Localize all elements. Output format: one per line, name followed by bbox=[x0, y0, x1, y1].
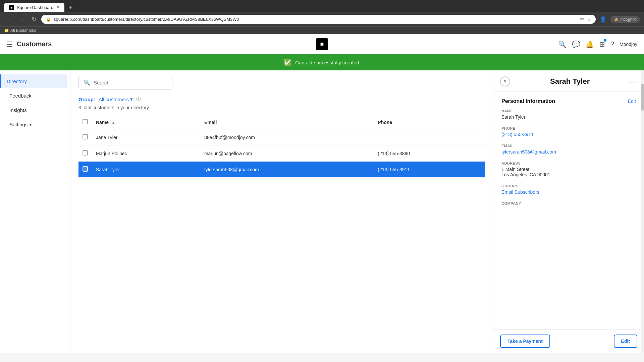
row-3-email: tylersarah508@gmail.com bbox=[200, 162, 374, 178]
col-header-phone[interactable]: Phone bbox=[374, 116, 485, 129]
help-header-icon[interactable]: ? bbox=[610, 40, 614, 48]
section-edit-button[interactable]: Edit bbox=[628, 99, 636, 104]
table-row[interactable]: Sarah Tyler tylersarah508@gmail.com (213… bbox=[78, 162, 485, 178]
bell-header-icon[interactable]: 🔔 bbox=[586, 40, 594, 48]
detail-more-button[interactable]: ··· bbox=[630, 78, 637, 85]
detail-customer-name: Sarah Tyler bbox=[510, 77, 630, 86]
row-checkbox-cell bbox=[78, 145, 92, 162]
chat-header-icon[interactable]: 💬 bbox=[572, 40, 580, 48]
scrollbar[interactable] bbox=[641, 70, 644, 353]
eye-off-icon: 👁 bbox=[580, 17, 584, 22]
notification-badge bbox=[604, 39, 606, 42]
name-sort-icon: ▲ bbox=[111, 120, 115, 125]
detail-body: Personal Information Edit NAME Sarah Tyl… bbox=[493, 92, 644, 329]
table-row[interactable]: Jane Tyler 88e4fb0f@moodjoy.com bbox=[78, 129, 485, 145]
select-all-checkbox[interactable] bbox=[83, 119, 88, 124]
table-header-row: Name ▲ Email Phone bbox=[78, 116, 485, 129]
name-field-value: Sarah Tyler bbox=[501, 114, 636, 120]
header-right: 🔍 💬 🔔 ⊞ ? Moodjoy bbox=[558, 40, 637, 48]
incognito-badge: 🕵 Incognito bbox=[610, 16, 640, 23]
sidebar-item-feedback[interactable]: Feedback bbox=[3, 89, 67, 103]
address-field-label: ADDRESS bbox=[501, 161, 636, 165]
take-payment-button[interactable]: Take a Payment bbox=[500, 335, 550, 348]
row-checkbox-cell bbox=[78, 129, 92, 145]
grid-header-icon[interactable]: ⊞ bbox=[599, 40, 605, 48]
app-header: ☰ Customers ■ 🔍 💬 🔔 ⊞ ? Moodjoy bbox=[0, 34, 644, 54]
row-1-phone bbox=[374, 129, 485, 145]
detail-close-button[interactable]: × bbox=[500, 76, 510, 86]
row-3-checkbox[interactable] bbox=[83, 166, 88, 172]
new-tab-button[interactable]: + bbox=[66, 4, 75, 11]
settings-chevron-icon: ▾ bbox=[30, 122, 32, 127]
customer-table: Name ▲ Email Phone bbox=[78, 116, 485, 178]
section-header: Personal Information Edit bbox=[501, 98, 636, 104]
field-name: NAME Sarah Tyler bbox=[501, 109, 636, 120]
scrollbar-thumb[interactable] bbox=[641, 84, 644, 111]
url-text: squareup.com/dashboard/customers/directo… bbox=[54, 17, 577, 22]
search-bar[interactable]: 🔍 bbox=[78, 76, 172, 89]
email-field-label: EMAIL bbox=[501, 144, 636, 148]
row-1-checkbox[interactable] bbox=[83, 134, 88, 139]
row-2-checkbox[interactable] bbox=[83, 150, 88, 156]
sidebar-item-insights[interactable]: Insights bbox=[3, 103, 67, 117]
sidebar-item-directory[interactable]: Directory bbox=[0, 74, 67, 88]
info-icon[interactable]: ⓘ bbox=[136, 96, 141, 102]
success-message: Contact successfully created. bbox=[295, 60, 361, 65]
bookmarks-folder-icon[interactable]: 📁 All Bookmarks bbox=[4, 28, 36, 33]
field-company: COMPANY bbox=[501, 201, 636, 205]
profile-icon[interactable]: 👤 bbox=[598, 15, 608, 23]
table-row[interactable]: Marjun Polinec marjun@pageflow.com (213)… bbox=[78, 145, 485, 162]
menu-icon[interactable]: ☰ bbox=[7, 40, 13, 48]
row-3-name: Sarah Tyler bbox=[92, 162, 200, 178]
group-chevron-icon: ▾ bbox=[130, 96, 133, 102]
user-name[interactable]: Moodjoy bbox=[620, 42, 637, 47]
row-1-email: 88e4fb0f@moodjoy.com bbox=[200, 129, 374, 145]
active-browser-tab[interactable]: ■ Square Dashboard × bbox=[4, 3, 64, 12]
phone-field-label: PHONE bbox=[501, 126, 636, 130]
detail-panel: × Sarah Tyler ··· Personal Information E… bbox=[493, 70, 644, 353]
logo-center: ■ bbox=[316, 38, 328, 50]
success-banner: ✅ Contact successfully created. bbox=[0, 54, 644, 70]
row-3-phone: (213) 555-3911 bbox=[374, 162, 485, 178]
back-button[interactable]: ← bbox=[4, 15, 14, 23]
group-label: Group: bbox=[78, 97, 95, 102]
detail-header: × Sarah Tyler ··· bbox=[493, 70, 644, 92]
tab-title: Square Dashboard bbox=[17, 5, 53, 10]
group-value-dropdown[interactable]: All customers ▾ bbox=[99, 96, 133, 102]
phone-field-value[interactable]: (213) 555-3911 bbox=[501, 132, 636, 137]
field-address: ADDRESS 1 Main Street Los Angeles, CA 90… bbox=[501, 161, 636, 177]
groups-field-label: GROUPS bbox=[501, 184, 636, 188]
search-input[interactable] bbox=[94, 80, 167, 85]
name-field-label: NAME bbox=[501, 109, 636, 113]
forward-button[interactable]: → bbox=[17, 15, 27, 23]
footer-edit-button[interactable]: Edit bbox=[614, 335, 637, 348]
address-line1: 1 Main Street bbox=[501, 167, 636, 172]
row-2-name: Marjun Polinec bbox=[92, 145, 200, 162]
field-email: EMAIL tylersarah508@gmail.com bbox=[501, 144, 636, 155]
email-field-value[interactable]: tylersarah508@gmail.com bbox=[501, 149, 636, 155]
customer-list-area: 🔍 Group: All customers ▾ ⓘ 3 total custo… bbox=[70, 70, 493, 353]
col-header-email[interactable]: Email bbox=[200, 116, 374, 129]
field-phone: PHONE (213) 555-3911 bbox=[501, 126, 636, 137]
address-line2: Los Angeles, CA 90001 bbox=[501, 172, 636, 177]
incognito-icon: 🕵 bbox=[614, 17, 619, 22]
sidebar: Directory Feedback Insights Settings ▾ bbox=[0, 70, 70, 353]
address-bar[interactable]: 🔒 squareup.com/dashboard/customers/direc… bbox=[41, 15, 596, 24]
search-icon: 🔍 bbox=[84, 79, 90, 86]
row-checkbox-cell-selected bbox=[78, 162, 92, 178]
groups-field-value[interactable]: Email Subscribers bbox=[501, 189, 636, 195]
success-check-icon: ✅ bbox=[283, 58, 292, 66]
section-title: Personal Information bbox=[501, 98, 555, 104]
tab-close-button[interactable]: × bbox=[57, 5, 60, 10]
search-header-icon[interactable]: 🔍 bbox=[558, 40, 567, 48]
field-groups: GROUPS Email Subscribers bbox=[501, 184, 636, 195]
group-filter: Group: All customers ▾ ⓘ bbox=[78, 96, 485, 102]
sidebar-item-settings[interactable]: Settings ▾ bbox=[3, 118, 67, 131]
square-logo: ■ bbox=[316, 38, 328, 50]
detail-footer: Take a Payment Edit bbox=[493, 329, 644, 353]
refresh-button[interactable]: ↻ bbox=[30, 15, 39, 24]
row-2-phone: (213) 555-3890 bbox=[374, 145, 485, 162]
col-header-name[interactable]: Name ▲ bbox=[92, 116, 200, 129]
total-count: 3 total customers in your directory bbox=[78, 105, 485, 110]
star-icon[interactable]: ☆ bbox=[587, 17, 591, 22]
